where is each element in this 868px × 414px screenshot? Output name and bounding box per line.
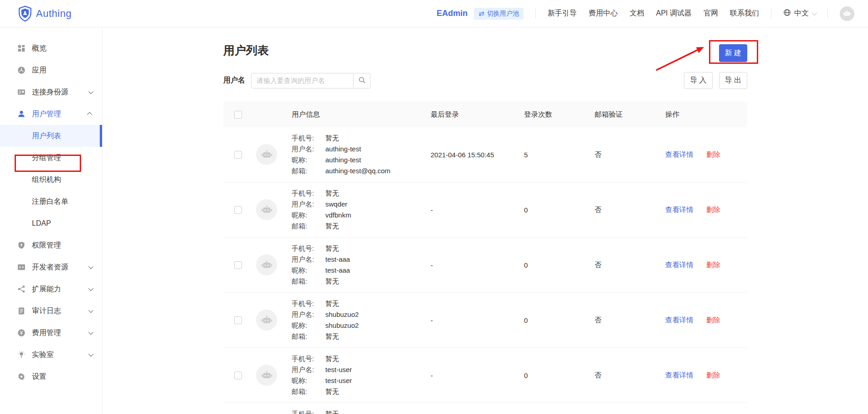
logo-text: Authing: [36, 8, 72, 20]
email-value: 暂无: [325, 387, 431, 397]
switch-userpool-button[interactable]: ⇄ 切换用户池: [474, 8, 524, 20]
table-header: 用户信息 最后登录 登录次数 邮箱验证 操作: [223, 102, 747, 127]
header-nav-getting-started[interactable]: 新手引导: [548, 9, 577, 18]
sidebar-item-user-management[interactable]: 用户管理: [0, 103, 102, 125]
language-selector[interactable]: 中文: [783, 9, 816, 18]
column-header-email-verified: 邮箱验证: [595, 110, 665, 119]
chevron-icon: [88, 352, 93, 357]
phone-value: 暂无: [325, 354, 431, 364]
delete-link[interactable]: 删除: [706, 316, 720, 325]
table-row-partial: 手机号: 暂无: [223, 403, 747, 414]
header-nav-docs[interactable]: 文档: [630, 9, 644, 18]
top-header: Authing EAdmin ⇄ 切换用户池 新手引导 费用中心 文档 API …: [0, 0, 868, 27]
login-count-cell: 5: [524, 151, 595, 159]
userpool-name[interactable]: EAdmin: [437, 9, 467, 18]
row-checkbox[interactable]: [234, 206, 242, 214]
sidebar-item-user-list[interactable]: 用户列表: [0, 125, 102, 147]
sidebar-item-ldap[interactable]: LDAP: [0, 212, 102, 234]
user-avatar[interactable]: [840, 6, 854, 21]
header-divider: [827, 9, 828, 19]
column-header-user-info: 用户信息: [292, 110, 431, 119]
sidebar-item-permission-management[interactable]: 权限管理: [0, 234, 102, 256]
row-checkbox[interactable]: [234, 316, 242, 324]
app-icon: [17, 66, 26, 74]
chevron-icon: [88, 330, 93, 335]
email-value: 暂无: [325, 276, 431, 286]
sidebar-item-group-management[interactable]: 分组管理: [0, 147, 102, 169]
row-checkbox[interactable]: [234, 261, 242, 269]
last-login-cell: -: [431, 372, 524, 379]
phone-value: 暂无: [325, 409, 431, 414]
delete-link[interactable]: 删除: [706, 371, 720, 380]
phone-label: 手机号:: [292, 188, 325, 198]
view-details-link[interactable]: 查看详情: [665, 260, 693, 270]
sidebar-item-registration-whitelist[interactable]: 注册白名单: [0, 191, 102, 212]
sidebar-item-billing-management[interactable]: 费用管理: [0, 322, 102, 344]
view-details-link[interactable]: 查看详情: [665, 205, 693, 215]
sidebar-item-label: 连接身份源: [32, 88, 68, 97]
phone-label: 手机号:: [292, 133, 325, 143]
username-label: 用户名:: [292, 144, 325, 154]
email-value: 暂无: [325, 331, 431, 342]
email-label: 邮箱:: [292, 387, 325, 397]
search-icon: [358, 76, 366, 85]
login-count-cell: 0: [524, 261, 595, 269]
email-label: 邮箱:: [292, 221, 325, 231]
username-label: 用户名:: [292, 365, 325, 375]
table-body: 手机号: 暂无 用户名: authing-test 昵称: authing-te…: [223, 127, 747, 403]
email-verified-cell: 否: [595, 316, 665, 325]
header-nav-api-debugger[interactable]: API 调试器: [656, 9, 692, 18]
last-login-cell: -: [431, 261, 524, 269]
chevron-icon: [88, 89, 93, 94]
sidebar-item-label: LDAP: [32, 219, 51, 228]
row-checkbox[interactable]: [234, 372, 242, 379]
sidebar-item-developer-resources[interactable]: 开发者资源: [0, 256, 102, 278]
switch-userpool-label: 切换用户池: [487, 10, 519, 18]
header-nav-official-site[interactable]: 官网: [704, 9, 718, 18]
sidebar-item-organizations[interactable]: 组织机构: [0, 169, 102, 191]
authing-logo[interactable]: Authing: [18, 5, 72, 22]
sidebar-item-label: 扩展能力: [32, 285, 61, 294]
row-checkbox[interactable]: [234, 151, 242, 159]
phone-value: 暂无: [325, 243, 431, 254]
select-all-checkbox[interactable]: [234, 111, 242, 119]
import-button[interactable]: 导 入: [684, 72, 712, 89]
username-value: swqder: [325, 199, 431, 209]
search-button[interactable]: [353, 73, 370, 88]
nickname-value: shubuzuo2: [325, 321, 431, 331]
username-value: test-aaa: [325, 254, 431, 264]
create-button[interactable]: 新 建: [719, 44, 747, 62]
chevron-down-icon: [812, 10, 817, 15]
username-value: shubuzuo2: [325, 310, 431, 320]
table-row: 手机号: 暂无 用户名: swqder 昵称: vdfbnkm 邮箱: 暂无 -…: [223, 182, 747, 238]
nickname-label: 昵称:: [292, 376, 325, 386]
coin-icon: [17, 329, 26, 337]
sidebar-item-audit-logs[interactable]: 审计日志: [0, 300, 102, 322]
export-button[interactable]: 导 出: [719, 72, 747, 89]
delete-link[interactable]: 删除: [706, 260, 720, 270]
delete-link[interactable]: 删除: [706, 205, 720, 215]
page-title: 用户列表: [223, 43, 269, 58]
username-search-input[interactable]: [251, 73, 354, 88]
chevron-icon: [87, 112, 92, 117]
delete-link[interactable]: 删除: [706, 150, 720, 160]
sidebar-item-settings[interactable]: 设置: [0, 366, 102, 388]
sidebar-item-identity-sources[interactable]: 连接身份源: [0, 81, 102, 103]
email-verified-cell: 否: [595, 150, 665, 159]
view-details-link[interactable]: 查看详情: [665, 150, 693, 160]
header-nav-contact-us[interactable]: 联系我们: [730, 9, 759, 18]
sidebar-item-laboratory[interactable]: 实验室: [0, 344, 102, 366]
table-row: 手机号: 暂无 用户名: test-aaa 昵称: test-aaa 邮箱: 暂…: [223, 238, 747, 293]
sidebar-item-extension-capabilities[interactable]: 扩展能力: [0, 278, 102, 300]
user-table: 用户信息 最后登录 登录次数 邮箱验证 操作 手机号: 暂无: [223, 102, 747, 414]
sidebar-item-label: 费用管理: [32, 328, 61, 338]
header-nav-billing-center[interactable]: 费用中心: [589, 9, 618, 18]
view-details-link[interactable]: 查看详情: [665, 371, 693, 380]
sidebar-item-applications[interactable]: 应用: [0, 59, 102, 81]
nickname-value: test-aaa: [325, 265, 431, 275]
email-label: 邮箱:: [292, 276, 325, 286]
sidebar-item-overview[interactable]: 概览: [0, 37, 102, 59]
table-row: 手机号: 暂无 用户名: test-user 昵称: test-user 邮箱:…: [223, 348, 747, 403]
view-details-link[interactable]: 查看详情: [665, 316, 693, 325]
nickname-label: 昵称:: [292, 265, 325, 275]
